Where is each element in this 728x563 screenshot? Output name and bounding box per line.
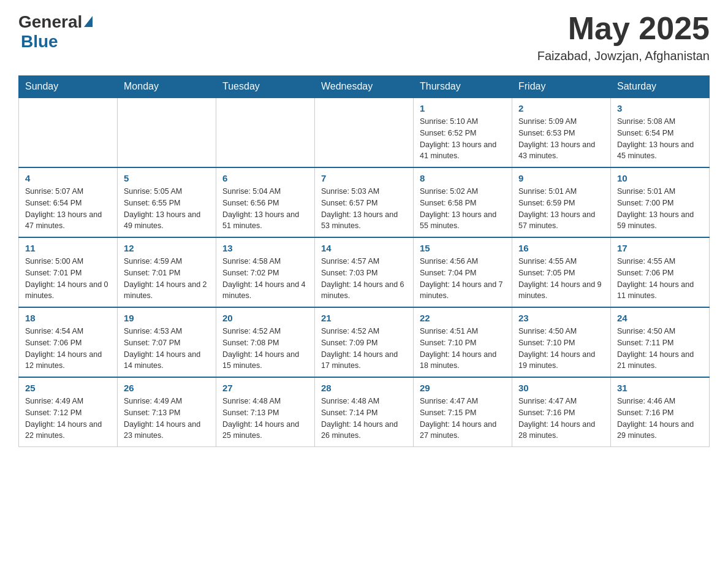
logo-triangle-icon [84,16,93,27]
day-info: Sunrise: 4:50 AMSunset: 7:10 PMDaylight:… [518,326,604,372]
logo-blue: Blue [21,32,58,51]
day-info: Sunrise: 4:55 AMSunset: 7:06 PMDaylight:… [617,256,703,302]
day-number: 28 [321,383,407,393]
day-number: 27 [222,383,308,393]
day-number: 23 [518,313,604,323]
day-number: 16 [518,243,604,253]
day-number: 13 [222,243,308,253]
day-info: Sunrise: 5:08 AMSunset: 6:54 PMDaylight:… [617,116,703,162]
header-thursday: Thursday [414,76,512,98]
calendar-cell-w5-d2: 26Sunrise: 4:49 AMSunset: 7:13 PMDayligh… [118,377,216,447]
day-number: 17 [617,243,703,253]
day-number: 6 [222,173,308,183]
day-info: Sunrise: 4:55 AMSunset: 7:05 PMDaylight:… [518,256,604,302]
day-info: Sunrise: 4:49 AMSunset: 7:13 PMDaylight:… [124,396,210,442]
week-row-5: 25Sunrise: 4:49 AMSunset: 7:12 PMDayligh… [19,377,710,447]
calendar-cell-w3-d4: 14Sunrise: 4:57 AMSunset: 7:03 PMDayligh… [315,237,414,307]
location-title: Faizabad, Jowzjan, Afghanistan [537,49,710,63]
calendar-cell-w5-d4: 28Sunrise: 4:48 AMSunset: 7:14 PMDayligh… [315,377,414,447]
calendar-cell-w1-d1 [19,98,118,167]
week-row-1: 1Sunrise: 5:10 AMSunset: 6:52 PMDaylight… [19,98,710,167]
calendar-cell-w5-d3: 27Sunrise: 4:48 AMSunset: 7:13 PMDayligh… [216,377,315,447]
day-info: Sunrise: 5:07 AMSunset: 6:54 PMDaylight:… [25,186,111,232]
logo-text: General [18,12,93,32]
calendar-cell-w2-d5: 8Sunrise: 5:02 AMSunset: 6:58 PMDaylight… [414,167,512,237]
day-info: Sunrise: 4:52 AMSunset: 7:09 PMDaylight:… [321,326,407,372]
day-info: Sunrise: 4:51 AMSunset: 7:10 PMDaylight:… [420,326,506,372]
header-sunday: Sunday [19,76,118,98]
day-info: Sunrise: 4:50 AMSunset: 7:11 PMDaylight:… [617,326,703,372]
day-info: Sunrise: 5:01 AMSunset: 7:00 PMDaylight:… [617,186,703,232]
day-number: 14 [321,243,407,253]
calendar-cell-w3-d7: 17Sunrise: 4:55 AMSunset: 7:06 PMDayligh… [611,237,710,307]
calendar-cell-w1-d6: 2Sunrise: 5:09 AMSunset: 6:53 PMDaylight… [512,98,611,167]
day-number: 15 [420,243,506,253]
day-info: Sunrise: 5:05 AMSunset: 6:55 PMDaylight:… [124,186,210,232]
day-number: 4 [25,173,111,183]
day-number: 2 [518,103,604,113]
day-info: Sunrise: 5:04 AMSunset: 6:56 PMDaylight:… [222,186,308,232]
calendar-cell-w1-d7: 3Sunrise: 5:08 AMSunset: 6:54 PMDaylight… [611,98,710,167]
calendar-cell-w4-d2: 19Sunrise: 4:53 AMSunset: 7:07 PMDayligh… [118,307,216,377]
day-number: 7 [321,173,407,183]
day-info: Sunrise: 5:02 AMSunset: 6:58 PMDaylight:… [420,186,506,232]
title-section: May 2025 Faizabad, Jowzjan, Afghanistan [537,12,710,63]
day-info: Sunrise: 4:52 AMSunset: 7:08 PMDaylight:… [222,326,308,372]
calendar-cell-w5-d1: 25Sunrise: 4:49 AMSunset: 7:12 PMDayligh… [19,377,118,447]
page-header: General Blue May 2025 Faizabad, Jowzjan,… [18,12,710,63]
day-number: 5 [124,173,210,183]
logo-general: General [18,12,82,32]
calendar-cell-w2-d4: 7Sunrise: 5:03 AMSunset: 6:57 PMDaylight… [315,167,414,237]
header-saturday: Saturday [611,76,710,98]
day-number: 11 [25,243,111,253]
calendar-header-row: Sunday Monday Tuesday Wednesday Thursday… [19,76,710,98]
day-info: Sunrise: 4:48 AMSunset: 7:13 PMDaylight:… [222,396,308,442]
day-info: Sunrise: 4:56 AMSunset: 7:04 PMDaylight:… [420,256,506,302]
day-info: Sunrise: 4:46 AMSunset: 7:16 PMDaylight:… [617,396,703,442]
calendar-cell-w1-d2 [118,98,216,167]
day-info: Sunrise: 4:58 AMSunset: 7:02 PMDaylight:… [222,256,308,302]
day-number: 26 [124,383,210,393]
day-info: Sunrise: 4:57 AMSunset: 7:03 PMDaylight:… [321,256,407,302]
day-number: 22 [420,313,506,323]
calendar-cell-w3-d3: 13Sunrise: 4:58 AMSunset: 7:02 PMDayligh… [216,237,315,307]
header-friday: Friday [512,76,611,98]
month-title: May 2025 [537,12,710,44]
day-info: Sunrise: 5:00 AMSunset: 7:01 PMDaylight:… [25,256,111,302]
calendar-cell-w1-d5: 1Sunrise: 5:10 AMSunset: 6:52 PMDaylight… [414,98,512,167]
day-info: Sunrise: 4:48 AMSunset: 7:14 PMDaylight:… [321,396,407,442]
day-info: Sunrise: 5:10 AMSunset: 6:52 PMDaylight:… [420,116,506,162]
calendar-table: Sunday Monday Tuesday Wednesday Thursday… [18,75,710,447]
calendar-cell-w2-d6: 9Sunrise: 5:01 AMSunset: 6:59 PMDaylight… [512,167,611,237]
calendar-cell-w4-d1: 18Sunrise: 4:54 AMSunset: 7:06 PMDayligh… [19,307,118,377]
day-number: 19 [124,313,210,323]
calendar-cell-w3-d6: 16Sunrise: 4:55 AMSunset: 7:05 PMDayligh… [512,237,611,307]
calendar-cell-w2-d3: 6Sunrise: 5:04 AMSunset: 6:56 PMDaylight… [216,167,315,237]
day-number: 25 [25,383,111,393]
day-number: 3 [617,103,703,113]
day-info: Sunrise: 5:01 AMSunset: 6:59 PMDaylight:… [518,186,604,232]
day-number: 31 [617,383,703,393]
day-info: Sunrise: 4:53 AMSunset: 7:07 PMDaylight:… [124,326,210,372]
header-wednesday: Wednesday [315,76,414,98]
header-monday: Monday [118,76,216,98]
day-number: 9 [518,173,604,183]
day-number: 18 [25,313,111,323]
header-tuesday: Tuesday [216,76,315,98]
day-number: 1 [420,103,506,113]
logo: General Blue [18,12,93,52]
day-number: 24 [617,313,703,323]
calendar-cell-w2-d2: 5Sunrise: 5:05 AMSunset: 6:55 PMDaylight… [118,167,216,237]
calendar-cell-w4-d4: 21Sunrise: 4:52 AMSunset: 7:09 PMDayligh… [315,307,414,377]
calendar-cell-w1-d3 [216,98,315,167]
day-info: Sunrise: 4:47 AMSunset: 7:16 PMDaylight:… [518,396,604,442]
calendar-cell-w3-d1: 11Sunrise: 5:00 AMSunset: 7:01 PMDayligh… [19,237,118,307]
day-number: 20 [222,313,308,323]
day-number: 8 [420,173,506,183]
day-number: 21 [321,313,407,323]
calendar-cell-w1-d4 [315,98,414,167]
week-row-3: 11Sunrise: 5:00 AMSunset: 7:01 PMDayligh… [19,237,710,307]
day-number: 12 [124,243,210,253]
calendar-cell-w4-d6: 23Sunrise: 4:50 AMSunset: 7:10 PMDayligh… [512,307,611,377]
day-info: Sunrise: 5:09 AMSunset: 6:53 PMDaylight:… [518,116,604,162]
